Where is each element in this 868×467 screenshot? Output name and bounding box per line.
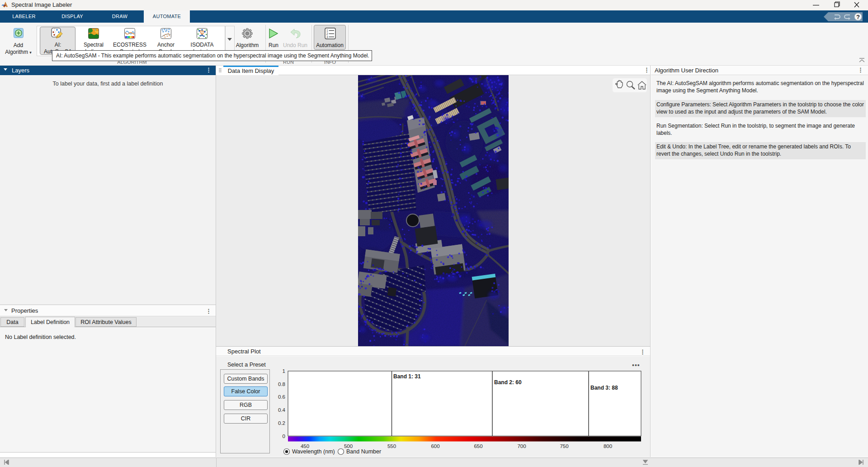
svg-text:700: 700 (517, 443, 526, 449)
svg-text:0.8: 0.8 (278, 381, 285, 387)
svg-text:Band 2: 60: Band 2: 60 (494, 379, 522, 386)
svg-text:1: 1 (283, 368, 285, 374)
svg-text:550: 550 (387, 443, 396, 449)
svg-text:2: 2 (326, 32, 328, 35)
svg-text:0.6: 0.6 (278, 394, 285, 400)
svg-text:1: 1 (326, 29, 328, 32)
svg-text:3: 3 (326, 35, 328, 38)
svg-text:Band 1: 31: Band 1: 31 (393, 373, 421, 380)
svg-text:0.4: 0.4 (278, 407, 286, 413)
svg-text:?: ? (856, 14, 860, 20)
svg-text:0.2: 0.2 (278, 420, 285, 426)
svg-text:600: 600 (431, 443, 439, 449)
svg-text:Band 3: 88: Band 3: 88 (590, 385, 618, 391)
svg-text:800: 800 (604, 443, 612, 449)
svg-text:650: 650 (474, 443, 482, 449)
svg-text:750: 750 (560, 443, 568, 449)
svg-text:0: 0 (283, 434, 285, 439)
